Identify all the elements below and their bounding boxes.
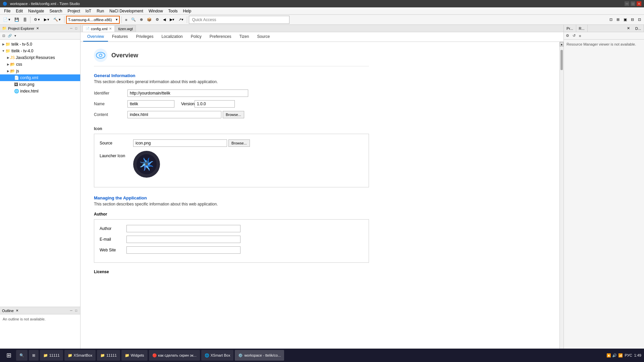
author-input[interactable] xyxy=(126,225,240,232)
view-btn-4[interactable]: ⊟ xyxy=(629,16,636,24)
version-input[interactable] xyxy=(195,100,235,108)
right-tab-d[interactable]: D... xyxy=(633,25,644,32)
taskbar-item-explorer2[interactable]: 📁 11111 xyxy=(97,350,120,361)
icon-browse-btn[interactable]: Browse... xyxy=(228,139,250,147)
scroll-thumb[interactable] xyxy=(560,50,563,70)
tree-item-config-xml[interactable]: ▶ 📄 config.xml xyxy=(0,74,80,81)
minimize-button[interactable]: ─ xyxy=(625,1,629,6)
config-tab-localization[interactable]: Localization xyxy=(157,32,186,42)
toolbar-btn-b[interactable]: 🔍 xyxy=(129,16,138,24)
close-button[interactable]: ✕ xyxy=(637,1,641,6)
menu-nacl[interactable]: NaCl Development xyxy=(107,8,146,14)
sidebar-minimize-btn[interactable]: ─ xyxy=(69,26,73,31)
tree-item-icon-png[interactable]: ▶ 🖼 icon.png xyxy=(0,81,80,88)
menu-iot[interactable]: IoT xyxy=(83,8,94,14)
menu-window[interactable]: Window xyxy=(146,8,166,14)
toggle-telik-tv50[interactable]: ▶ xyxy=(1,42,5,46)
rp-tool-btn-1[interactable]: ⚙ xyxy=(565,33,571,39)
config-tab-privileges[interactable]: Privileges xyxy=(132,32,157,42)
toolbar-btn-e[interactable]: ⚙ xyxy=(154,16,161,24)
tree-item-js-resources[interactable]: ▶ JS JavaScript Resources xyxy=(0,54,80,61)
name-input[interactable] xyxy=(127,100,174,108)
menu-navigate[interactable]: Navigate xyxy=(25,8,47,14)
taskbar-item-widgets[interactable]: 📁 Widgets xyxy=(121,350,148,361)
taskbar-item-workspace[interactable]: ⚙️ workspace - ttelik/co... xyxy=(235,350,284,361)
website-input[interactable] xyxy=(126,246,240,254)
vertical-scrollbar[interactable]: ▲ ▼ xyxy=(559,42,564,355)
config-tab-preferences[interactable]: Preferences xyxy=(206,32,235,42)
search-taskbar-btn[interactable]: 🔍 xyxy=(16,350,28,361)
device-dropdown[interactable]: T-samsung-4....offline-x86) ▾ xyxy=(66,16,120,24)
build-button[interactable]: 🔨▾ xyxy=(52,16,62,24)
config-tab-policy[interactable]: Policy xyxy=(187,32,206,42)
config-tab-tizen[interactable]: Tizen xyxy=(235,32,253,42)
menu-search[interactable]: Search xyxy=(47,8,65,14)
taskbar-item-xsmartbox[interactable]: 📁 XSmartBox xyxy=(64,350,96,361)
taskbar-item-explorer1[interactable]: 📁 11111 xyxy=(40,350,63,361)
save-all-button[interactable]: 🗄 xyxy=(21,16,29,24)
toggle-css[interactable]: ▶ xyxy=(6,62,10,66)
sidebar-maximize-btn[interactable]: □ xyxy=(74,26,78,31)
toolbar-btn-h[interactable]: ↗▾ xyxy=(177,16,185,24)
settings-button[interactable]: ⚙▾ xyxy=(32,16,42,24)
scroll-up-btn[interactable]: ▲ xyxy=(560,42,564,47)
tab-config-xml[interactable]: 📄 config.xml ✕ xyxy=(83,25,115,32)
toolbar-btn-a[interactable]: ≡ xyxy=(123,16,129,24)
email-input[interactable] xyxy=(126,236,240,243)
outline-minimize-btn[interactable]: ─ xyxy=(69,308,73,313)
toolbar-btn-g[interactable]: ▶▾ xyxy=(168,16,176,24)
menu-tools[interactable]: Tools xyxy=(166,8,180,14)
tab-tizen-wgt[interactable]: tizen.wgt xyxy=(115,25,136,32)
tree-item-index-html[interactable]: ▶ 🌐 index.html xyxy=(0,88,80,95)
widgets-icon: 📁 xyxy=(125,353,129,358)
content-input[interactable] xyxy=(127,111,221,118)
tree-item-css[interactable]: ▶ 📂 css xyxy=(0,61,80,68)
toggle-ttelik-tv40[interactable]: ▼ xyxy=(1,49,5,53)
tree-item-telik-tv50[interactable]: ▶ 📁 telik - tv-5.0 xyxy=(0,41,80,48)
config-tab-features[interactable]: Features xyxy=(108,32,132,42)
run-button[interactable]: ▶▾ xyxy=(42,16,51,24)
start-button[interactable]: ⊞ xyxy=(3,350,15,361)
tree-item-ttelik-tv40[interactable]: ▼ 📁 ttelik - tv-4.0 xyxy=(0,48,80,54)
rp-tool-btn-2[interactable]: ↺ xyxy=(571,33,577,39)
view-btn-3[interactable]: ▣ xyxy=(622,16,629,24)
view-btn-2[interactable]: ⊞ xyxy=(615,16,621,24)
menu-help[interactable]: Help xyxy=(180,8,194,14)
sidebar-menu-btn[interactable]: ▾ xyxy=(13,34,17,38)
new-button[interactable]: 📄▾ xyxy=(1,16,12,24)
tree-item-js[interactable]: ▶ 📂 js xyxy=(0,68,80,74)
right-tab-r[interactable]: R... xyxy=(576,25,588,32)
toolbar-btn-c[interactable]: ⊕ xyxy=(138,16,145,24)
view-btn-5[interactable]: ⊡ xyxy=(636,16,643,24)
task-view-btn[interactable]: ⊞ xyxy=(29,350,39,361)
svg-point-3 xyxy=(101,55,101,55)
menu-file[interactable]: File xyxy=(1,8,13,14)
taskbar-item-xsmart-browser[interactable]: 🌐 XSmart Box xyxy=(201,350,234,361)
config-tab-source[interactable]: Source xyxy=(253,32,274,42)
taskbar-item-screen[interactable]: 🔴 как сделать скрин эк... xyxy=(149,350,200,361)
link-with-editor-btn[interactable]: 🔗 xyxy=(7,34,13,38)
menu-edit[interactable]: Edit xyxy=(13,8,25,14)
close-config-xml-tab[interactable]: ✕ xyxy=(109,27,112,31)
view-btn-1[interactable]: ⊡ xyxy=(608,16,614,24)
maximize-button[interactable]: □ xyxy=(631,1,635,6)
icon-source-input[interactable] xyxy=(133,139,227,147)
toolbar-btn-d[interactable]: 📦 xyxy=(145,16,153,24)
rp-tool-btn-3[interactable]: ≡ xyxy=(578,33,582,39)
sidebar-title-close[interactable]: ✕ xyxy=(36,26,39,30)
outline-close-btn[interactable]: ✕ xyxy=(16,309,18,312)
config-tab-overview[interactable]: Overview xyxy=(83,32,108,42)
content-browse-btn[interactable]: Browse... xyxy=(223,111,244,118)
right-panel-close-btn[interactable]: ✕ xyxy=(624,25,633,32)
collapse-all-btn[interactable]: ⊡ xyxy=(1,34,6,38)
save-button[interactable]: 💾 xyxy=(13,16,21,24)
identifier-input[interactable] xyxy=(127,89,248,97)
menu-project[interactable]: Project xyxy=(65,8,83,14)
toggle-js[interactable]: ▶ xyxy=(6,69,10,73)
right-tab-pr[interactable]: Pr... xyxy=(564,25,576,32)
menu-run[interactable]: Run xyxy=(94,8,107,14)
toolbar-btn-f[interactable]: ◀ xyxy=(161,16,167,24)
quick-access-input[interactable] xyxy=(189,16,289,24)
outline-max-btn[interactable]: □ xyxy=(74,308,78,313)
toggle-js-resources[interactable]: ▶ xyxy=(6,56,10,60)
